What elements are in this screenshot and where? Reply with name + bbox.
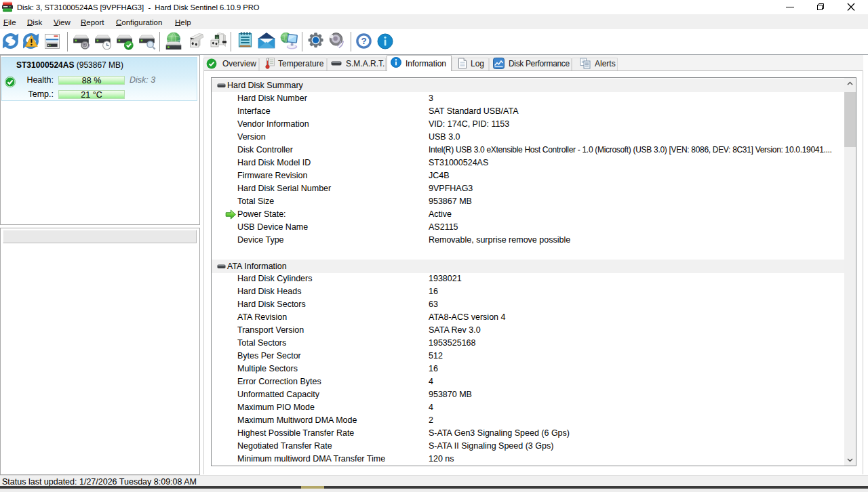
svg-text:?: ?	[361, 36, 366, 46]
